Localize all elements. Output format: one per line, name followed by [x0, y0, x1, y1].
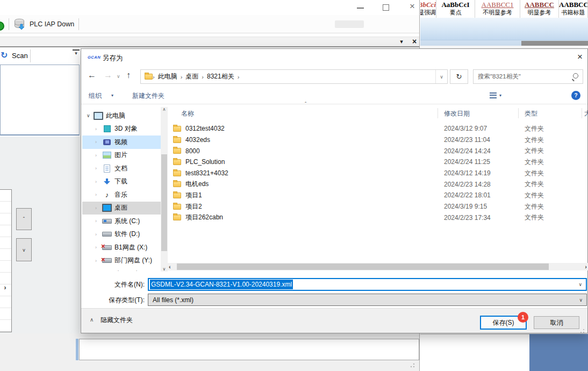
style-gallery-item[interactable]: AaBbCci明显强调 — [420, 0, 436, 18]
chevron-down-icon[interactable]: ∨ — [578, 282, 586, 287]
organize-button[interactable]: 组织 — [89, 91, 102, 101]
tree-chevron-icon[interactable]: › — [95, 126, 102, 132]
spin-down-button[interactable]: v — [16, 238, 32, 261]
tree-item[interactable]: ∨此电脑 — [82, 109, 161, 123]
file-name: 8000 — [185, 147, 200, 155]
scroll-down-icon[interactable]: ∨ — [161, 267, 168, 272]
scroll-right-icon[interactable]: › — [585, 263, 587, 270]
device-list-box[interactable] — [0, 65, 80, 135]
file-type: 文件夹 — [525, 202, 544, 211]
tree-chevron-icon[interactable]: ∨ — [87, 113, 94, 118]
column-header-type[interactable]: 类型 — [525, 109, 537, 118]
plc-iap-down-button[interactable]: PLC IAP Down — [12, 17, 77, 32]
tree-item[interactable]: ›部门网盘 (Y:) — [82, 254, 161, 268]
search-icon[interactable] — [571, 73, 578, 80]
column-separator[interactable] — [518, 108, 519, 118]
scrollbar-thumb[interactable] — [161, 154, 167, 251]
back-icon[interactable]: ← — [88, 70, 96, 80]
file-row[interactable]: 电机eds2024/2/23 14:28文件夹 — [168, 179, 588, 190]
view-options-button[interactable]: ▾ — [490, 92, 501, 98]
resize-grip[interactable] — [410, 361, 417, 368]
tree-item[interactable]: ›B1网盘 (X:) — [82, 241, 161, 254]
panel-dropdown-icon[interactable] — [398, 38, 405, 45]
column-separator[interactable] — [582, 108, 582, 118]
dialog-close-icon[interactable]: × — [573, 51, 586, 63]
tree-item[interactable]: ›图片 — [82, 149, 161, 162]
column-separator[interactable] — [438, 108, 438, 118]
file-row[interactable]: 0312test40322024/3/12 9:07文件夹 — [168, 123, 588, 134]
cancel-button[interactable]: 取消 — [534, 316, 579, 329]
breadcrumb-item[interactable]: 此电脑 — [155, 72, 181, 81]
scroll-left-icon[interactable]: ‹ — [169, 263, 171, 270]
file-row[interactable]: 项目12024/2/22 18:01文件夹 — [168, 190, 588, 201]
search-placeholder: 搜索"8321相关" — [478, 73, 571, 81]
file-row[interactable]: 项目262cabn2024/2/23 17:34文件夹 — [168, 212, 588, 224]
log-text-area[interactable] — [79, 339, 419, 360]
organize-dropdown-icon[interactable]: ▾ — [111, 93, 113, 98]
column-header-size[interactable]: 大小 — [584, 109, 588, 118]
tree-chevron-icon[interactable]: › — [95, 153, 102, 158]
table-scroll-right-icon[interactable]: › — [1, 284, 9, 292]
minimize-icon[interactable] — [357, 8, 364, 9]
column-header-name[interactable]: 名称 — [181, 109, 194, 118]
breadcrumb[interactable]: ›此电脑›桌面›8321相关›∨ — [140, 69, 448, 84]
style-gallery-item[interactable]: AABBCC书籍标题 — [559, 0, 588, 18]
close-icon[interactable]: × — [407, 1, 418, 12]
search-input[interactable]: 搜索"8321相关" — [473, 69, 583, 84]
tree-chevron-icon[interactable]: › — [95, 218, 102, 224]
tree-item[interactable]: ›3D 对象 — [82, 123, 161, 136]
filename-input[interactable]: GSDML-V2.34-GCAN-8321-V1.00-20240319.xml… — [148, 278, 587, 291]
breadcrumb-dropdown-icon[interactable]: ∨ — [435, 70, 447, 83]
toolbar-overflow-icon[interactable] — [73, 49, 80, 58]
style-gallery-item[interactable]: AABBCC1不明显参考 — [475, 0, 520, 18]
spin-up-button[interactable]: ˆ — [16, 208, 32, 230]
tree-chevron-icon[interactable]: › — [95, 179, 102, 184]
style-gallery-item[interactable]: AaBbCcI要点 — [436, 0, 475, 18]
blurred-text-region — [335, 20, 364, 28]
file-row[interactable]: PLC_Solution2024/2/24 11:25文件夹 — [168, 156, 588, 168]
chevron-down-icon[interactable]: ∨ — [579, 297, 586, 303]
file-row[interactable]: 4032eds2024/2/23 11:04文件夹 — [168, 134, 588, 146]
tree-item[interactable]: ›系统 (C:) — [82, 215, 161, 228]
up-icon[interactable]: ↑ — [126, 70, 131, 80]
tree-item[interactable]: ›桌面 — [82, 202, 161, 215]
scrollbar-thumb[interactable] — [177, 263, 549, 270]
tree-item-label: 此电脑 — [106, 111, 125, 120]
breadcrumb-item[interactable]: 桌面 — [182, 72, 202, 81]
word-ribbon-scrollbar[interactable] — [420, 40, 588, 46]
scrollbar-thumb[interactable] — [521, 41, 588, 46]
panel-close-icon[interactable] — [411, 37, 418, 46]
tree-item[interactable]: ›下载 — [82, 175, 161, 189]
tree-chevron-icon[interactable]: › — [95, 205, 102, 211]
refresh-icon[interactable]: ↻ — [450, 69, 468, 84]
column-header-date[interactable]: 修改日期 — [444, 109, 470, 118]
scroll-up-icon[interactable]: ∧ — [161, 107, 168, 112]
file-row[interactable]: 项目22024/3/19 9:15文件夹 — [168, 201, 588, 212]
tree-chevron-icon[interactable]: › — [95, 192, 102, 197]
tree-item[interactable]: ›文档 — [82, 162, 161, 175]
new-folder-button[interactable]: 新建文件夹 — [132, 91, 164, 101]
history-dropdown-icon[interactable]: ∨ — [117, 74, 120, 79]
tree-item-label: B1网盘 (X:) — [114, 243, 147, 252]
tree-chevron-icon[interactable]: › — [95, 232, 102, 237]
filetype-select[interactable]: All files (*.xml) ∨ — [148, 294, 587, 306]
style-gallery-item[interactable]: AABBCC明显参考 — [520, 0, 559, 18]
resize-grip[interactable] — [580, 328, 586, 333]
file-row[interactable]: test8321+40322024/3/12 14:19文件夹 — [168, 168, 588, 179]
help-button[interactable]: ? — [571, 91, 580, 100]
breadcrumb-item[interactable]: 8321相关 — [204, 72, 238, 81]
tree-item[interactable]: ›软件 (D:) — [82, 228, 161, 241]
scan-button[interactable]: Scan — [12, 52, 28, 60]
tree-chevron-icon[interactable]: › — [95, 139, 102, 145]
partial-data-table[interactable] — [0, 189, 12, 332]
tree-chevron-icon[interactable]: › — [95, 166, 102, 171]
collapse-chevron-icon[interactable]: ∧ — [90, 317, 94, 323]
tree-scrollbar[interactable]: ∧ ∨ — [161, 107, 168, 272]
tree-item[interactable]: ›公司网盘 (Z:) — [82, 267, 161, 271]
maximize-icon[interactable] — [383, 4, 389, 11]
file-row[interactable]: 80002024/2/24 14:24文件夹 — [168, 145, 588, 156]
file-list-hscrollbar[interactable]: ‹ › — [168, 263, 588, 270]
hide-folders-button[interactable]: 隐藏文件夹 — [101, 316, 133, 325]
tree-item[interactable]: ›视频 — [82, 135, 161, 149]
tree-item[interactable]: ›音乐 — [82, 188, 161, 202]
